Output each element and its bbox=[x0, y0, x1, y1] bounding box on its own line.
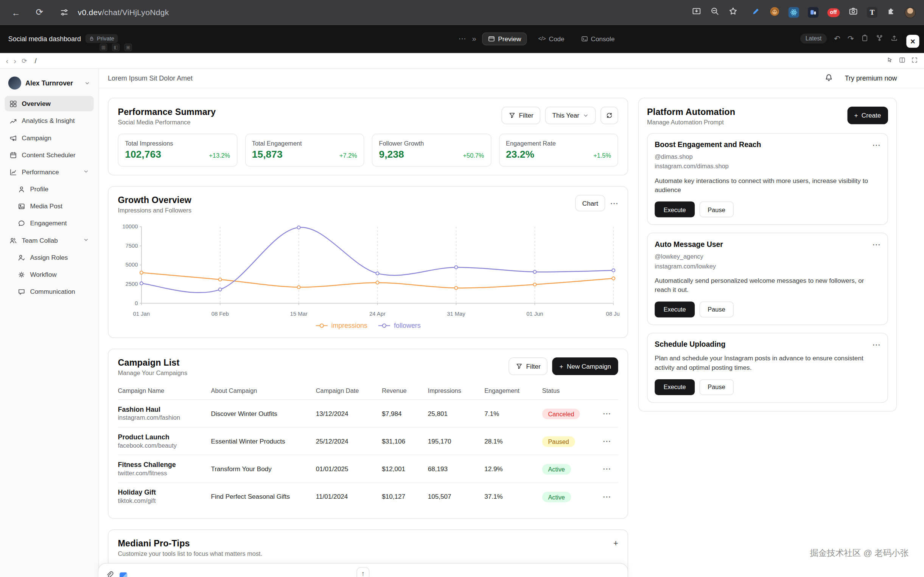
preview-forward-icon[interactable]: › bbox=[14, 57, 16, 64]
off-badge-extension-icon[interactable]: off bbox=[827, 8, 840, 17]
card-actions-icon[interactable]: ⋯ bbox=[872, 240, 880, 249]
share-upload-icon[interactable] bbox=[890, 33, 898, 44]
filter-button[interactable]: Filter bbox=[501, 106, 540, 124]
execute-button[interactable]: Execute bbox=[654, 379, 695, 395]
row-actions-icon[interactable]: ⋯ bbox=[603, 492, 611, 501]
filter-button[interactable]: Filter bbox=[509, 357, 548, 375]
extensions-puzzle-icon[interactable] bbox=[886, 6, 896, 18]
chart-line-icon bbox=[10, 168, 17, 176]
site-settings-icon[interactable] bbox=[57, 5, 72, 20]
sidebar-item-performance[interactable]: Performance bbox=[5, 164, 94, 180]
table-row[interactable]: Fashion Haulinstagram.com/fashion Discov… bbox=[118, 400, 618, 427]
table-row[interactable]: Holiday Gifttiktok.com/gift Find Perfect… bbox=[118, 483, 618, 510]
undo-icon[interactable]: ↶ bbox=[834, 34, 840, 43]
preview-reload-icon[interactable]: ⟳ bbox=[21, 58, 27, 64]
latest-badge[interactable]: Latest bbox=[800, 34, 827, 44]
sidebar-item-overview[interactable]: Overview bbox=[5, 96, 94, 111]
performance-summary-card: Performance Summary Social Media Perform… bbox=[108, 98, 628, 176]
sidebar-item-engagement[interactable]: Engagement bbox=[13, 216, 94, 230]
chat-input-dock[interactable]: ↑ bbox=[98, 563, 628, 577]
sidebar-item-team-collab[interactable]: Team Collab bbox=[5, 232, 94, 248]
sidebar-item-profile[interactable]: Profile bbox=[13, 182, 94, 197]
fullscreen-icon[interactable] bbox=[911, 55, 918, 66]
status-badge: Canceled bbox=[542, 408, 580, 419]
create-button[interactable]: + Create bbox=[847, 106, 888, 124]
sidebar-item-workflow[interactable]: Workflow bbox=[13, 267, 94, 282]
stat-value: 15,873 bbox=[252, 149, 283, 161]
refresh-button[interactable] bbox=[601, 106, 618, 124]
execute-button[interactable]: Execute bbox=[654, 201, 695, 218]
preview-back-icon[interactable]: ‹ bbox=[6, 57, 9, 64]
toolbar-chips: ▦ ◧ ▣ bbox=[100, 44, 132, 51]
zoom-icon[interactable] bbox=[710, 6, 719, 18]
react-extension-icon[interactable] bbox=[788, 7, 799, 18]
legend-item[interactable]: impressions bbox=[315, 322, 367, 329]
chart-type-button[interactable]: Chart bbox=[575, 195, 605, 211]
new-campaign-button[interactable]: + New Campaign bbox=[552, 357, 618, 375]
preview-path[interactable]: / bbox=[35, 57, 37, 64]
t-extension-icon[interactable]: T bbox=[867, 7, 877, 18]
project-chip-icon[interactable] bbox=[120, 572, 127, 577]
ellipsis-icon[interactable]: ⋯ bbox=[610, 199, 618, 207]
browser-reload-button[interactable]: ⟳ bbox=[32, 5, 47, 20]
sidebar-item-media-post[interactable]: Media Post bbox=[13, 198, 94, 214]
browser-back-button[interactable]: ← bbox=[8, 5, 23, 20]
row-actions-icon[interactable]: ⋯ bbox=[603, 437, 611, 445]
notification-bell-icon[interactable] bbox=[824, 73, 833, 84]
legend-item[interactable]: followers bbox=[378, 322, 421, 329]
table-row[interactable]: Fitness Challengetwitter.com/fitness Tra… bbox=[118, 455, 618, 483]
automation-card: Schedule Uploading ⋯ Plan and schedule y… bbox=[647, 333, 888, 403]
inspect-cursor-icon[interactable] bbox=[886, 55, 893, 66]
chip-icon[interactable]: ▣ bbox=[124, 44, 132, 51]
install-app-icon[interactable] bbox=[692, 6, 701, 18]
tab-preview[interactable]: Preview bbox=[482, 32, 527, 45]
user-menu[interactable]: Alex Turnrover bbox=[5, 73, 94, 96]
address-bar[interactable]: v0.dev/chat/ViHjLyoNdgk bbox=[78, 8, 169, 17]
more-menu-icon[interactable]: ⋯ bbox=[459, 34, 466, 43]
clipboard-icon[interactable] bbox=[861, 33, 868, 44]
bookmark-star-icon[interactable] bbox=[728, 6, 737, 18]
browser-profile-avatar[interactable] bbox=[905, 7, 916, 18]
stat-value: 23.2% bbox=[506, 149, 534, 161]
sidebar-item-communication[interactable]: Communication bbox=[13, 284, 94, 299]
chip-icon[interactable]: ▦ bbox=[100, 44, 107, 51]
svg-text:7500: 7500 bbox=[126, 243, 138, 249]
sidebar-item-campaign[interactable]: Campaign bbox=[5, 130, 94, 145]
preview-nav-bar: ‹ › ⟳ / bbox=[0, 53, 924, 69]
monkey-extension-icon[interactable] bbox=[769, 6, 779, 19]
redo-icon[interactable]: ↷ bbox=[848, 34, 854, 43]
card-actions-icon[interactable]: ⋯ bbox=[872, 141, 880, 149]
tab-code[interactable]: </> Code bbox=[533, 32, 569, 44]
pause-button[interactable]: Pause bbox=[699, 301, 734, 317]
try-premium-button[interactable]: Try premium now bbox=[845, 75, 897, 82]
split-view-icon[interactable] bbox=[899, 55, 906, 66]
sidebar-item-content-scheduler[interactable]: Content Scheduler bbox=[5, 147, 94, 162]
execute-button[interactable]: Execute bbox=[654, 301, 695, 317]
chip-icon[interactable]: ◧ bbox=[112, 44, 120, 51]
pause-button[interactable]: Pause bbox=[699, 201, 734, 218]
collapse-chat-icon[interactable]: » bbox=[472, 34, 476, 43]
pause-button[interactable]: Pause bbox=[699, 379, 734, 395]
account-link: instagram.com/dimas.shop bbox=[654, 161, 880, 171]
scroll-to-bottom-button[interactable]: ↑ bbox=[357, 567, 369, 577]
expand-plus-icon[interactable]: + bbox=[613, 538, 618, 548]
period-select[interactable]: This Year bbox=[545, 106, 596, 124]
row-actions-icon[interactable]: ⋯ bbox=[603, 465, 611, 473]
card-actions-icon[interactable]: ⋯ bbox=[872, 340, 880, 349]
user-icon bbox=[18, 185, 25, 193]
terminal-icon bbox=[581, 35, 588, 42]
card-subtitle: Customize your tools list to focus what … bbox=[118, 550, 262, 557]
table-row[interactable]: Product Launchfacebook.com/beauty Essent… bbox=[118, 428, 618, 455]
attach-paperclip-icon[interactable] bbox=[105, 571, 114, 577]
pencil-extension-icon[interactable] bbox=[751, 6, 761, 18]
automation-description: Automate key interactions to connect wit… bbox=[654, 176, 880, 195]
dark-app-extension-icon[interactable] bbox=[808, 7, 818, 18]
sidebar-item-assign-roles[interactable]: Assign Roles bbox=[13, 250, 94, 265]
git-branch-icon[interactable] bbox=[876, 33, 883, 44]
close-icon[interactable]: × bbox=[906, 35, 919, 48]
sidebar-item-analytics[interactable]: Analytics & Insight bbox=[5, 113, 94, 128]
row-actions-icon[interactable]: ⋯ bbox=[603, 409, 611, 417]
growth-overview-card: Growth Overview Impressions and Follower… bbox=[108, 186, 628, 338]
tab-console[interactable]: Console bbox=[575, 32, 620, 44]
camera-extension-icon[interactable] bbox=[849, 6, 858, 18]
